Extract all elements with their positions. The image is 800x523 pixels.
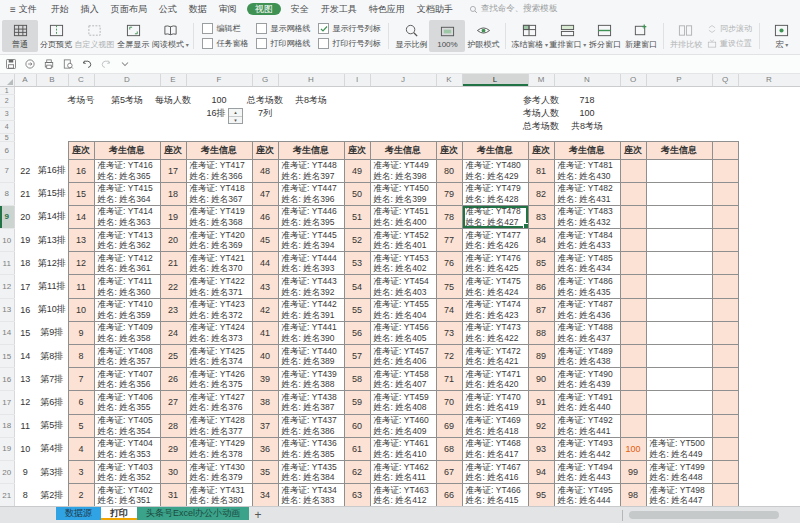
student-info-cell[interactable]: 准考证: YT424姓名: 姓名373 (186, 321, 252, 344)
student-info-cell[interactable]: 准考证: YT462姓名: 姓名411 (370, 460, 436, 483)
seat-cell[interactable]: 16 (68, 159, 94, 182)
checkbox-打印网格线[interactable]: 打印网格线 (256, 38, 310, 49)
student-info-cell[interactable]: 准考证: YT476姓名: 姓名425 (462, 252, 528, 275)
student-info-cell[interactable]: 准考证: YT456姓名: 姓名405 (370, 321, 436, 344)
row-header-17[interactable]: 17 (0, 391, 14, 414)
seat-cell[interactable]: 20 (160, 229, 186, 252)
student-info-cell-empty[interactable] (646, 205, 712, 228)
empty-cell[interactable] (738, 484, 800, 506)
seat-cell[interactable]: 81 (528, 159, 554, 182)
seat-cell[interactable]: 29 (160, 437, 186, 460)
student-info-cell[interactable]: 准考证: YT483姓名: 姓名432 (554, 205, 620, 228)
student-info-cell[interactable]: 准考证: YT412姓名: 姓名361 (94, 252, 160, 275)
seat-cell[interactable]: 34 (252, 484, 278, 506)
seat-cell[interactable]: 75 (436, 275, 462, 298)
student-info-cell[interactable]: 准考证: YT434姓名: 姓名383 (278, 484, 344, 506)
student-info-cell[interactable]: 准考证: YT498姓名: 姓名447 (646, 484, 712, 506)
rows-spinner[interactable]: ▴ ▾ (228, 108, 243, 124)
row-label-cell[interactable]: 第12排 (36, 252, 68, 275)
row-header-19[interactable]: 19 (0, 437, 14, 460)
menu-tab-文档助手[interactable]: 文档助手 (417, 4, 453, 14)
seat-cell[interactable]: 94 (528, 460, 554, 483)
row-header-2[interactable]: 2 (0, 94, 14, 107)
seat-cell[interactable]: 8 (68, 345, 94, 368)
seat-cell[interactable]: 6 (68, 391, 94, 414)
menu-tab-页面布局[interactable]: 页面布局 (111, 4, 147, 14)
menu-tab-视图[interactable]: 视图 (247, 3, 281, 15)
column-header-C[interactable]: C (68, 74, 94, 86)
ribbon-button-sync-scroll[interactable]: 同步滚动 (707, 23, 752, 34)
seat-cell[interactable]: 39 (252, 368, 278, 391)
seat-cell[interactable]: 61 (344, 437, 370, 460)
student-info-cell[interactable]: 准考证: YT492姓名: 姓名441 (554, 414, 620, 437)
info-header[interactable]: 考生信息 (278, 141, 344, 159)
row-index-cell[interactable]: 15 (14, 321, 36, 344)
student-info-cell[interactable]: 准考证: YT487姓名: 姓名436 (554, 298, 620, 321)
row-label-cell[interactable]: 第7排 (36, 368, 68, 391)
student-info-cell[interactable]: 准考证: YT403姓名: 姓名352 (94, 460, 160, 483)
seat-cell[interactable]: 44 (252, 252, 278, 275)
empty-cell[interactable] (738, 159, 800, 182)
seat-header[interactable]: 座次 (436, 141, 462, 159)
row-index-cell[interactable]: 10 (14, 437, 36, 460)
ribbon-button-new-window[interactable]: 新建窗口 (623, 20, 659, 52)
seat-cell[interactable]: 15 (68, 182, 94, 205)
empty-cells[interactable] (14, 133, 800, 141)
student-info-cell[interactable]: 准考证: YT479姓名: 姓名428 (462, 182, 528, 205)
seat-cell[interactable]: 59 (344, 391, 370, 414)
student-info-cell[interactable]: 准考证: YT467姓名: 姓名416 (462, 460, 528, 483)
column-header-N[interactable]: N (554, 74, 620, 86)
seat-cell[interactable]: 45 (252, 229, 278, 252)
seat-cell[interactable]: 21 (160, 252, 186, 275)
row-label-cell[interactable]: 第9排 (36, 321, 68, 344)
unchecked-checkbox-icon[interactable] (256, 23, 267, 34)
student-info-cell[interactable]: 准考证: YT471姓名: 姓名420 (462, 368, 528, 391)
empty-cell[interactable] (738, 321, 800, 344)
seat-cell[interactable]: 18 (160, 182, 186, 205)
row-header-12[interactable]: 12 (0, 275, 14, 298)
menu-tab-安全[interactable]: 安全 (291, 4, 309, 14)
seat-cell[interactable]: 19 (160, 205, 186, 228)
row-index-cell[interactable]: 12 (14, 391, 36, 414)
seat-cell[interactable]: 55 (344, 298, 370, 321)
seat-cell[interactable]: 40 (252, 345, 278, 368)
student-info-cell[interactable]: 准考证: YT448姓名: 姓名397 (278, 159, 344, 182)
extra-seat-cell[interactable] (712, 321, 738, 344)
seat-cell[interactable]: 58 (344, 368, 370, 391)
student-info-cell-selected[interactable]: 准考证: YT478姓名: 姓名427 (462, 205, 528, 228)
row-header-9[interactable]: 9 (0, 205, 14, 228)
seat-cell[interactable] (620, 205, 646, 228)
sheet-tab-打印[interactable]: 打印 (101, 507, 137, 520)
student-info-cell[interactable]: 准考证: YT489姓名: 姓名438 (554, 345, 620, 368)
row-index-cell[interactable]: 21 (14, 182, 36, 205)
student-info-cell[interactable]: 准考证: YT426姓名: 姓名375 (186, 368, 252, 391)
seat-cell[interactable]: 5 (68, 414, 94, 437)
student-info-cell[interactable]: 准考证: YT429姓名: 姓名378 (186, 437, 252, 460)
student-info-cell[interactable]: 准考证: YT490姓名: 姓名439 (554, 368, 620, 391)
ribbon-button-side-compare[interactable]: 并排比较 (668, 20, 704, 52)
empty-cell[interactable] (738, 345, 800, 368)
student-info-cell[interactable]: 准考证: YT488姓名: 姓名437 (554, 321, 620, 344)
row-index-cell[interactable]: 14 (14, 345, 36, 368)
student-info-cell[interactable]: 准考证: YT475姓名: 姓名424 (462, 275, 528, 298)
seat-cell[interactable]: 68 (436, 437, 462, 460)
seat-cell[interactable]: 79 (436, 182, 462, 205)
row-header-10[interactable]: 10 (0, 229, 14, 252)
seat-cell[interactable]: 88 (528, 321, 554, 344)
row-label-cell[interactable]: 第8排 (36, 345, 68, 368)
seat-cell[interactable]: 14 (68, 205, 94, 228)
seat-cell[interactable]: 77 (436, 229, 462, 252)
seat-cell[interactable]: 98 (620, 484, 646, 506)
student-info-cell[interactable]: 准考证: YT449姓名: 姓名398 (370, 159, 436, 182)
row-header-18[interactable]: 18 (0, 414, 14, 437)
seat-cell[interactable]: 24 (160, 321, 186, 344)
empty-cell[interactable] (738, 391, 800, 414)
student-info-cell[interactable]: 准考证: YT454姓名: 姓名403 (370, 275, 436, 298)
row-header-13[interactable]: 13 (0, 298, 14, 321)
menu-tab-数据[interactable]: 数据 (189, 4, 207, 14)
column-header-H[interactable]: H (278, 74, 344, 86)
seat-cell[interactable]: 47 (252, 182, 278, 205)
column-header-K[interactable]: K (436, 74, 462, 86)
checkbox-打印行号列标[interactable]: 打印行号列标 (318, 38, 380, 49)
seat-cell[interactable]: 90 (528, 368, 554, 391)
